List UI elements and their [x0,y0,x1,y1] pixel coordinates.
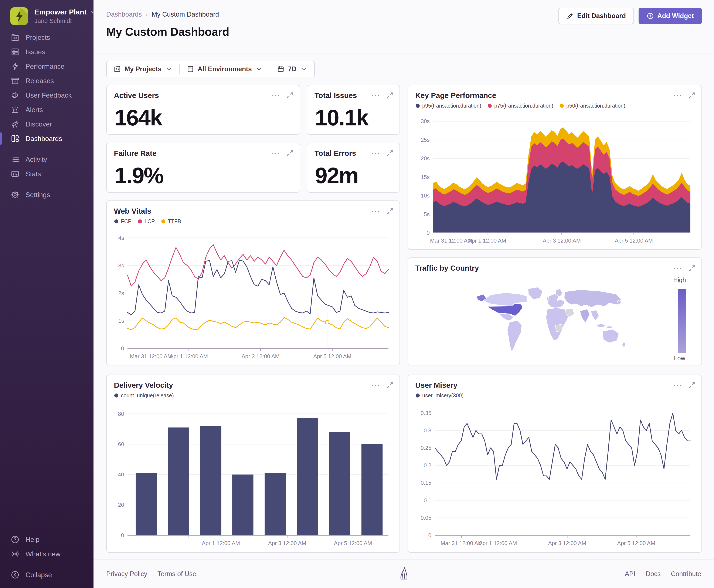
sentry-logo[interactable] [397,563,411,587]
dashboard-page: Empower Plant Jane Schmidt Projects Issu… [0,0,714,588]
legend-item[interactable]: p75(transaction.duration) [488,103,553,109]
map-sea [591,310,599,320]
sidebar-item-label: Dashboards [25,135,62,143]
svg-text:Apr 1 12:00 AM: Apr 1 12:00 AM [170,353,208,359]
sidebar-item-discover[interactable]: Discover [0,117,93,131]
svg-text:1s: 1s [118,318,124,324]
widget-menu-icon[interactable]: ⋯ [673,266,683,270]
expand-icon[interactable] [688,382,695,388]
web-vitals-chart[interactable]: 01s2s3s4sMar 31 12:00 AMApr 1 12:00 AMAp… [114,231,392,361]
legend-label: TTFB [168,218,181,225]
sidebar-item-alerts[interactable]: Alerts [0,103,93,117]
expand-icon[interactable] [286,150,293,157]
sidebar-item-label: Releases [25,77,54,85]
sidebar-item-settings[interactable]: Settings [0,188,93,202]
expand-icon[interactable] [386,208,393,214]
map-australia [603,329,619,343]
sidebar-item-performance[interactable]: Performance [0,59,93,74]
svg-text:25s: 25s [421,137,430,143]
widget-failure-rate: Failure Rate ⋯ 1.9% [106,143,300,193]
docs-link[interactable]: Docs [646,570,661,578]
map-legend-gradient [678,289,686,353]
terms-of-use-link[interactable]: Terms of Use [157,570,196,578]
sidebar-item-stats[interactable]: Stats [0,167,93,181]
legend-dot [161,219,165,224]
sidebar-item-user-feedback[interactable]: User Feedback [0,88,93,103]
svg-text:Apr 3 12:00 AM: Apr 3 12:00 AM [242,353,280,359]
date-range-label: 7D [288,65,297,73]
delivery-velocity-chart[interactable]: 020406080Apr 1 12:00 AMApr 3 12:00 AMApr… [114,405,392,548]
svg-text:0.3: 0.3 [424,427,431,434]
expand-icon[interactable] [386,382,393,388]
breadcrumb-dashboards-link[interactable]: Dashboards [106,10,142,18]
api-link[interactable]: API [625,570,635,578]
expand-icon[interactable] [688,92,695,99]
user-misery-chart[interactable]: 00.050.10.150.20.250.30.35Mar 31 12:00 A… [415,405,694,548]
footer-left-links: Privacy Policy Terms of Use [106,570,196,578]
legend-item[interactable]: p50(transaction.duration) [560,103,625,109]
expand-icon[interactable] [386,150,393,157]
sidebar-item-label: Settings [25,191,50,199]
sidebar-item-whats-new[interactable]: What's new [0,547,93,561]
environment-filter[interactable]: All Environments [180,61,270,77]
sidebar-item-projects[interactable]: Projects [0,30,93,45]
expand-icon[interactable] [688,265,695,271]
contribute-link[interactable]: Contribute [671,570,701,578]
svg-text:Apr 1 12:00 AM: Apr 1 12:00 AM [479,540,517,546]
breadcrumb-current: My Custom Dashboard [152,10,219,18]
sidebar-item-label: Collapse [25,571,52,579]
org-switcher[interactable]: Empower Plant Jane Schmidt [9,6,95,26]
calendar-icon [277,65,284,73]
chevron-down-icon [90,9,95,15]
sidebar-item-releases[interactable]: Releases [0,74,93,88]
project-filter[interactable]: My Projects [107,61,179,77]
svg-text:0: 0 [427,230,430,236]
breadcrumb: Dashboards › My Custom Dashboard [106,10,219,18]
add-widget-label: Add Widget [657,12,694,20]
key-page-performance-chart[interactable]: 05s10s15s20s25s30sMar 31 12:00 AMApr 1 1… [415,114,694,245]
widget-menu-icon[interactable]: ⋯ [271,151,281,155]
legend-item[interactable]: FCP [114,218,132,225]
sidebar-item-activity[interactable]: Activity [0,152,93,167]
widget-title: User Misery [415,381,457,390]
world-map[interactable] [472,283,637,357]
legend-dot [114,219,118,224]
legend-item[interactable]: user_misery(300) [416,393,464,399]
widget-big-number: 164k [114,105,162,130]
plus-circle-icon [647,12,654,20]
privacy-policy-link[interactable]: Privacy Policy [106,570,147,578]
legend-item[interactable]: TTFB [161,218,181,225]
sidebar-item-dashboards[interactable]: Dashboards [0,131,93,146]
expand-icon[interactable] [386,92,393,99]
svg-text:0: 0 [121,532,124,539]
add-widget-button[interactable]: Add Widget [639,8,702,24]
org-name[interactable]: Empower Plant [35,8,95,16]
expand-icon[interactable] [286,92,293,99]
legend-label: user_misery(300) [422,393,464,399]
widget-web-vitals: Web Vitals ⋯ FCPLCPTTFB 01s2s3s4sMar 31 … [106,201,400,365]
widget-menu-icon[interactable]: ⋯ [371,383,381,387]
date-range-filter[interactable]: 7D [270,61,314,77]
help-icon [10,535,20,544]
pencil-icon [566,12,574,20]
legend-item[interactable]: count_unique(release) [114,393,174,399]
edit-dashboard-button[interactable]: Edit Dashboard [559,8,634,24]
legend-item[interactable]: p95(transaction.duration) [416,103,481,109]
sidebar-item-collapse[interactable]: Collapse [0,568,93,582]
legend-item[interactable]: LCP [138,218,155,225]
world-map-svg [472,283,637,357]
widget-menu-icon[interactable]: ⋯ [673,93,683,98]
sidebar-item-help[interactable]: Help [0,532,93,547]
sidebar-item-issues[interactable]: Issues [0,45,93,59]
legend-label: count_unique(release) [121,393,174,399]
widget-menu-icon[interactable]: ⋯ [271,93,281,98]
widget-menu-icon[interactable]: ⋯ [371,209,381,213]
filter-bar: My Projects All Environments 7D [106,61,315,77]
widget-menu-icon[interactable]: ⋯ [371,151,381,155]
svg-text:10s: 10s [421,192,430,199]
widget-menu-icon[interactable]: ⋯ [673,383,683,387]
svg-text:Apr 5 12:00 AM: Apr 5 12:00 AM [615,237,653,244]
widget-menu-icon[interactable]: ⋯ [371,93,381,98]
sidebar-item-label: Discover [25,120,52,128]
alerts-icon [10,105,20,114]
